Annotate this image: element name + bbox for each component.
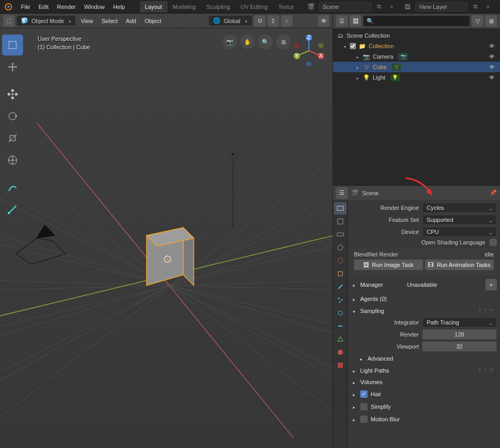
overlays-icon[interactable]: 👁 xyxy=(318,15,329,27)
close-viewlayer-icon[interactable]: × xyxy=(483,2,493,12)
tool-cursor[interactable] xyxy=(2,57,23,77)
orientation-select[interactable]: 🌐 Global xyxy=(209,16,252,26)
expand-icon[interactable] xyxy=(342,43,348,49)
menu-view3d-view[interactable]: View xyxy=(77,16,96,26)
proportional-icon[interactable]: ○ xyxy=(281,15,293,27)
tab-output[interactable] xyxy=(334,215,347,228)
manager-add-button[interactable]: + xyxy=(485,279,497,290)
tab-scene[interactable] xyxy=(334,241,347,254)
eye-icon[interactable]: 👁 xyxy=(487,74,497,81)
menu-file[interactable]: File xyxy=(17,2,35,12)
device-select[interactable]: CPU xyxy=(422,227,497,237)
menu-view3d-object[interactable]: Object xyxy=(141,16,164,26)
expand-icon[interactable] xyxy=(355,53,360,60)
gizmo-ortho[interactable]: ⊞ xyxy=(276,35,291,49)
hair-panel[interactable]: Hair xyxy=(351,389,497,399)
outliner-search[interactable]: 🔍 xyxy=(363,16,470,26)
camera-data-icon[interactable]: 📷 xyxy=(398,53,408,60)
tab-viewlayer[interactable] xyxy=(334,228,347,241)
expand-icon[interactable] xyxy=(351,416,357,422)
tool-move[interactable] xyxy=(2,84,23,105)
run-animation-button[interactable]: 🎞 Run Animation Tasks xyxy=(425,260,494,270)
render-engine-select[interactable]: Cycles xyxy=(422,203,497,213)
expand-icon[interactable] xyxy=(358,355,364,362)
outliner-cube[interactable]: ▽ Cube ▽ 👁 xyxy=(333,62,500,72)
gizmo-camera[interactable]: 📷 xyxy=(223,35,237,49)
preset-icon[interactable]: ⋮⋮⋮ xyxy=(477,367,485,374)
gizmo-zoom[interactable]: 🔍 xyxy=(258,35,273,49)
outliner-scene-collection[interactable]: 🗂 Scene Collection xyxy=(333,30,500,41)
outliner-editor-type[interactable]: ☰ xyxy=(336,15,348,27)
osl-checkbox[interactable] xyxy=(490,239,497,246)
light-data-icon[interactable]: 💡 xyxy=(391,74,400,81)
tab-mesh[interactable] xyxy=(334,333,347,345)
mode-select[interactable]: 🧊 Object Mode xyxy=(17,16,75,26)
simplify-panel[interactable]: Simplify xyxy=(351,401,497,412)
properties-editor-type[interactable]: ☰ xyxy=(336,187,348,199)
copy-scene-icon[interactable]: ⧉ xyxy=(374,2,384,12)
workspace-sculpting[interactable]: Sculpting xyxy=(201,1,235,13)
advanced-panel[interactable]: Advanced xyxy=(351,354,497,363)
tab-constraints[interactable] xyxy=(334,320,347,332)
motion-blur-panel[interactable]: Motion Blur xyxy=(351,414,497,424)
outliner-light[interactable]: 💡 Light 💡 👁 xyxy=(333,72,500,83)
outliner-filter[interactable]: ▽ xyxy=(472,15,483,27)
pivot-icon[interactable]: ⊙ xyxy=(254,15,265,27)
nav-gizmo[interactable]: Z X Y xyxy=(291,32,327,69)
tab-modifiers[interactable] xyxy=(334,281,347,293)
viewport-samples-field[interactable]: 32 xyxy=(422,341,497,352)
feature-set-select[interactable]: Supported xyxy=(422,215,497,225)
close-scene-icon[interactable]: × xyxy=(387,2,396,12)
expand-icon[interactable] xyxy=(351,391,357,397)
tool-scale[interactable] xyxy=(2,128,23,149)
integrator-select[interactable]: Path Tracing xyxy=(422,317,497,328)
simplify-checkbox[interactable] xyxy=(360,403,368,410)
outliner-camera[interactable]: 📷 Camera 📷 👁 xyxy=(333,51,500,62)
copy-viewlayer-icon[interactable]: ⧉ xyxy=(471,2,480,12)
menu-edit[interactable]: Edit xyxy=(35,2,53,12)
pin-icon[interactable]: 📌 xyxy=(490,189,497,196)
motion-blur-checkbox[interactable] xyxy=(360,416,368,423)
scene-name-field[interactable]: Scene xyxy=(319,2,371,12)
outliner-collection[interactable]: 📁 Collection 👁 xyxy=(333,41,500,51)
tool-rotate[interactable] xyxy=(2,106,23,127)
expand-icon[interactable] xyxy=(351,296,357,302)
light-paths-panel[interactable]: Light Paths ⋮⋮⋮ ⋯ xyxy=(351,365,497,375)
expand-icon[interactable] xyxy=(355,64,360,70)
expand-icon[interactable] xyxy=(351,282,357,288)
menu-view3d-select[interactable]: Select xyxy=(98,16,121,26)
run-image-task-button[interactable]: 🖼 Run Image Task xyxy=(354,260,423,270)
tab-physics[interactable] xyxy=(334,307,347,319)
workspace-layout[interactable]: Layout xyxy=(140,1,168,13)
hair-checkbox[interactable] xyxy=(360,390,368,398)
3d-viewport[interactable]: User Perspective (1) Collection | Cube 📷 xyxy=(0,28,332,448)
expand-icon[interactable] xyxy=(351,379,357,385)
workspace-modeling[interactable]: Modeling xyxy=(168,1,202,13)
eye-icon[interactable]: 👁 xyxy=(487,43,497,49)
panel-menu-icon[interactable]: ⋯ xyxy=(488,307,497,314)
mesh-data-icon[interactable]: ▽ xyxy=(392,63,401,71)
tab-material[interactable] xyxy=(334,346,347,359)
collection-exclude-checkbox[interactable] xyxy=(350,43,356,49)
tab-texture[interactable] xyxy=(334,359,347,372)
workspace-uv[interactable]: UV Editing xyxy=(235,1,273,13)
menu-render[interactable]: Render xyxy=(53,2,80,12)
eye-icon[interactable]: 👁 xyxy=(487,64,497,70)
outliner-display-mode[interactable]: 🖼 xyxy=(350,15,361,27)
panel-menu-icon[interactable]: ⋯ xyxy=(488,367,497,374)
snap-icon[interactable]: ⧲ xyxy=(268,15,279,27)
tool-measure[interactable] xyxy=(2,199,23,220)
menu-window[interactable]: Window xyxy=(80,2,109,12)
render-samples-field[interactable]: 128 xyxy=(422,329,497,340)
expand-icon[interactable] xyxy=(355,74,360,81)
menu-help[interactable]: Help xyxy=(109,2,129,12)
volumes-panel[interactable]: Volumes xyxy=(351,377,497,387)
outliner-new-collection[interactable]: ⊞ xyxy=(485,15,497,27)
expand-icon[interactable] xyxy=(351,404,357,410)
tab-object[interactable] xyxy=(334,267,347,280)
expand-icon[interactable] xyxy=(351,367,357,374)
tab-render[interactable] xyxy=(334,202,347,215)
gizmo-pan[interactable]: ✋ xyxy=(240,35,255,49)
tool-transform[interactable] xyxy=(2,150,23,171)
agents-row[interactable]: Agents (0) xyxy=(351,294,497,304)
